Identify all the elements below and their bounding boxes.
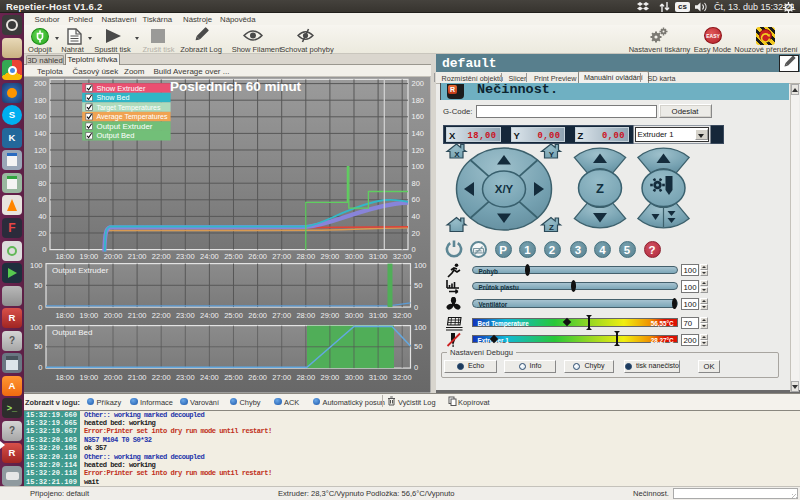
svg-text:Z: Z (549, 223, 554, 232)
svg-text:160: 160 (34, 113, 47, 122)
svg-text:40: 40 (38, 212, 46, 221)
svg-text:19:00: 19:00 (80, 312, 99, 321)
svg-text:Show Bed: Show Bed (97, 94, 130, 103)
svg-text:X/Y: X/Y (495, 183, 514, 195)
svg-text:Output Extruder: Output Extruder (97, 122, 154, 131)
svg-text:32:00: 32:00 (393, 312, 412, 321)
svg-text:Show Extruder: Show Extruder (97, 84, 147, 93)
svg-text:100: 100 (414, 261, 427, 270)
svg-text:80: 80 (38, 179, 46, 188)
svg-text:22:00: 22:00 (152, 312, 171, 321)
svg-text:27:00: 27:00 (272, 312, 291, 321)
svg-text:0: 0 (38, 303, 42, 312)
svg-text:Y: Y (549, 150, 555, 159)
svg-text:100: 100 (414, 323, 427, 332)
svg-text:31:00: 31:00 (369, 252, 388, 261)
svg-text:28:00: 28:00 (296, 312, 315, 321)
svg-text:23:00: 23:00 (176, 373, 195, 382)
svg-text:200: 200 (34, 80, 47, 89)
svg-text:24:00: 24:00 (200, 373, 219, 382)
svg-text:26:00: 26:00 (248, 252, 267, 261)
svg-text:0: 0 (414, 364, 418, 373)
svg-text:22:00: 22:00 (152, 252, 171, 261)
svg-text:50: 50 (414, 281, 422, 290)
svg-text:21:00: 21:00 (128, 373, 147, 382)
svg-text:200: 200 (411, 80, 424, 89)
svg-text:Target Temperatures: Target Temperatures (97, 103, 161, 112)
svg-text:100: 100 (34, 163, 47, 172)
svg-text:32:00: 32:00 (393, 373, 412, 382)
svg-text:0: 0 (414, 303, 418, 312)
svg-text:20: 20 (38, 229, 46, 238)
svg-text:Z: Z (596, 181, 604, 196)
svg-text:24:00: 24:00 (200, 252, 219, 261)
svg-text:140: 140 (34, 129, 47, 138)
svg-text:30:00: 30:00 (345, 312, 364, 321)
svg-text:Output Extruder: Output Extruder (52, 266, 109, 275)
svg-text:30:00: 30:00 (345, 252, 364, 261)
svg-text:29:00: 29:00 (321, 373, 340, 382)
svg-text:60: 60 (411, 196, 419, 205)
svg-text:Output Bed: Output Bed (97, 132, 135, 141)
svg-text:50: 50 (414, 343, 422, 352)
svg-text:100: 100 (30, 261, 43, 270)
svg-text:60: 60 (38, 196, 46, 205)
svg-text:19:00: 19:00 (80, 252, 99, 261)
svg-text:Posledních 60 minut: Posledních 60 minut (170, 79, 302, 94)
svg-text:25:00: 25:00 (224, 312, 243, 321)
svg-text:18:00: 18:00 (55, 312, 74, 321)
svg-text:21:00: 21:00 (128, 312, 147, 321)
svg-text:20:00: 20:00 (104, 373, 123, 382)
svg-text:27:00: 27:00 (272, 373, 291, 382)
svg-text:30:00: 30:00 (345, 373, 364, 382)
svg-text:23:00: 23:00 (176, 312, 195, 321)
svg-text:20: 20 (411, 229, 419, 238)
svg-text:0: 0 (42, 246, 46, 255)
svg-text:20:00: 20:00 (104, 252, 123, 261)
svg-text:29:00: 29:00 (321, 312, 340, 321)
svg-text:100: 100 (30, 323, 43, 332)
svg-text:27:00: 27:00 (272, 252, 291, 261)
svg-text:50: 50 (34, 343, 42, 352)
svg-text:X: X (454, 150, 460, 159)
svg-text:31:00: 31:00 (369, 373, 388, 382)
svg-text:140: 140 (411, 129, 424, 138)
svg-text:26:00: 26:00 (248, 373, 267, 382)
svg-text:100: 100 (411, 163, 424, 172)
svg-text:160: 160 (411, 113, 424, 122)
svg-text:22:00: 22:00 (152, 373, 171, 382)
svg-text:26:00: 26:00 (248, 312, 267, 321)
svg-text:120: 120 (34, 146, 47, 155)
svg-text:25:00: 25:00 (224, 252, 243, 261)
svg-text:120: 120 (411, 146, 424, 155)
svg-text:Average Temperatures: Average Temperatures (97, 113, 168, 122)
svg-text:23:00: 23:00 (176, 252, 195, 261)
svg-text:31:00: 31:00 (369, 312, 388, 321)
svg-text:80: 80 (411, 179, 419, 188)
svg-text:180: 180 (411, 96, 424, 105)
svg-text:20:00: 20:00 (104, 312, 123, 321)
svg-text:50: 50 (34, 281, 42, 290)
svg-text:24:00: 24:00 (200, 312, 219, 321)
svg-text:29:00: 29:00 (321, 252, 340, 261)
svg-text:18:00: 18:00 (55, 252, 74, 261)
svg-text:18:00: 18:00 (55, 373, 74, 382)
svg-text:19:00: 19:00 (80, 373, 99, 382)
svg-text:28:00: 28:00 (296, 373, 315, 382)
svg-text:25:00: 25:00 (224, 373, 243, 382)
svg-text:32:00: 32:00 (393, 252, 412, 261)
svg-text:0: 0 (411, 246, 415, 255)
svg-text:21:00: 21:00 (128, 252, 147, 261)
svg-text:28:00: 28:00 (296, 252, 315, 261)
svg-text:40: 40 (411, 212, 419, 221)
svg-text:Output Bed: Output Bed (52, 328, 92, 337)
svg-text:180: 180 (34, 96, 47, 105)
svg-text:0: 0 (38, 364, 42, 373)
